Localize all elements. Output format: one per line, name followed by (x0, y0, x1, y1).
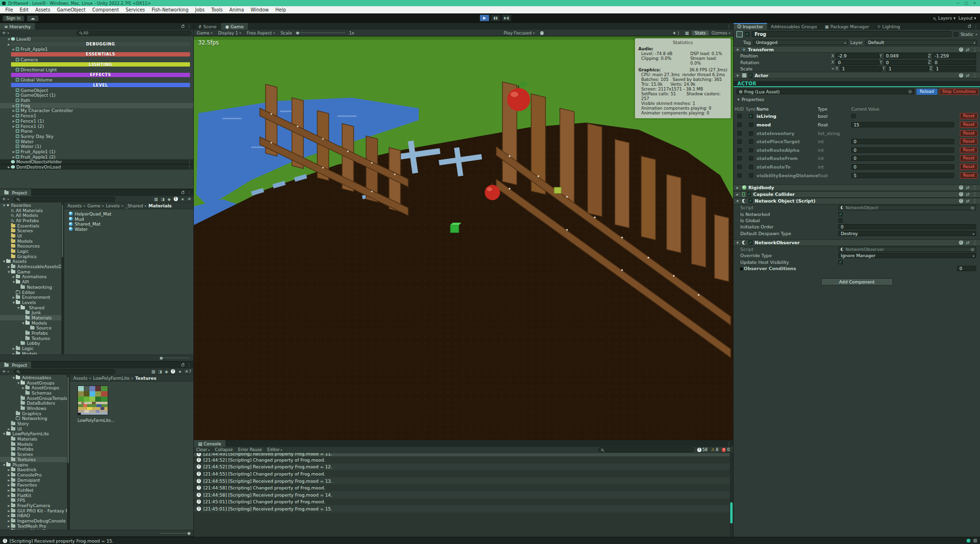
hierarchy-item-water[interactable]: Water (0, 139, 193, 144)
hud-checkbox[interactable] (737, 148, 742, 152)
expand-arrow-icon[interactable]: ▼ (7, 270, 11, 273)
breadcrumb-item[interactable]: Assets (73, 375, 88, 381)
menu-services[interactable]: Services (122, 7, 148, 12)
hierarchy-divider-lighting[interactable]: LIGHTING (0, 62, 193, 67)
tree-item-assetgrouptemplate[interactable]: AssetGroupTemplate (0, 396, 67, 401)
hierarchy-item-frog[interactable]: ▶Frog (0, 103, 193, 108)
status-icon-network[interactable] (967, 539, 970, 543)
hierarchy-item-fruit-apple1-1-[interactable]: ▶Fruit_Apple1 (1) (0, 149, 193, 154)
reset-button[interactable]: Reset (960, 164, 978, 170)
tree-item-logic[interactable]: Logic (0, 249, 61, 254)
alert-icon[interactable]: ! (174, 197, 178, 201)
status-bar[interactable]: ! [Scripting] Received property Frog.moo… (0, 537, 980, 544)
tree-item-networking[interactable]: Networking (0, 416, 67, 421)
sync-checkbox[interactable] (749, 156, 753, 160)
sync-checkbox[interactable]: ✓ (749, 114, 753, 118)
tree-item-graphics[interactable]: Graphics (0, 411, 67, 416)
tag-dropdown[interactable]: Untagged (753, 40, 848, 45)
value-input[interactable]: 0 (851, 139, 954, 144)
expand-arrow-icon[interactable]: ▶ (11, 155, 16, 159)
presets-icon[interactable]: ⇄ (966, 240, 970, 245)
lock-icon[interactable] (181, 192, 184, 194)
tree-item--shared[interactable]: ▼_Shared (0, 305, 61, 310)
menu-fish-networking[interactable]: Fish-Networking (148, 7, 192, 12)
search-icon[interactable] (933, 17, 935, 20)
menu-component[interactable]: Component (89, 7, 122, 12)
expand-arrow-icon[interactable]: ▶ (11, 275, 16, 278)
actor-enabled-checkbox[interactable]: ✓ (748, 73, 753, 78)
game-viewport[interactable]: 32.5fps Statistics Audio: Level: -74.8 d… (194, 36, 733, 440)
mute-audio-button[interactable]: ) (670, 31, 682, 35)
tree-item-prefabs[interactable]: Prefabs (0, 330, 61, 336)
field-checkbox[interactable]: ✓ (838, 212, 843, 216)
title-bar[interactable]: Driftwood - Level0 - Windows, Mac, Linux… (0, 0, 980, 6)
editor-dropdown[interactable]: Editor ▾ (265, 447, 285, 453)
expand-arrow-icon[interactable]: ▶ (11, 347, 16, 350)
expand-arrow-icon[interactable]: ▶ (11, 47, 16, 51)
y-input[interactable]: 0.049 (884, 53, 928, 58)
breadcrumb-item[interactable]: LowPolyFarmLite (93, 375, 129, 381)
static-dropdown-icon[interactable]: ▾ (976, 33, 977, 36)
expand-arrow-icon[interactable]: ▶ (21, 386, 25, 389)
hud-checkbox[interactable] (737, 173, 742, 178)
tree-item-resources[interactable]: Resources (0, 244, 61, 249)
kebab-icon[interactable]: ⋮ (974, 24, 978, 29)
hierarchy-item-water-1-[interactable]: Water (1) (0, 144, 193, 149)
warning-count[interactable]: ⚠8 (711, 447, 719, 452)
menu-file[interactable]: File (2, 7, 16, 12)
tree-item-story[interactable]: Story (0, 421, 67, 426)
tree-item-graphics[interactable]: Graphics (0, 254, 61, 259)
tree-item-environment[interactable]: ▶Environment (0, 295, 61, 300)
log-row[interactable]: ![21:45:01] [Scripting] Received propert… (194, 505, 733, 512)
expand-arrow-icon[interactable]: ▼ (2, 463, 6, 466)
expand-arrow-icon[interactable]: ▼ (2, 204, 6, 207)
value-checkbox[interactable] (851, 114, 856, 118)
expand-arrow-icon[interactable]: ▼ (11, 376, 16, 379)
log-row[interactable]: ![21:44:52] [Scripting] Changed property… (194, 456, 733, 464)
tree-item-favorites[interactable]: ▶Favorites (0, 482, 67, 487)
expand-arrow-icon[interactable]: ▼ (2, 260, 6, 263)
kebab-icon[interactable]: ⋮ (188, 159, 191, 164)
reload-button[interactable]: Reload (916, 89, 937, 95)
texture-file-item[interactable]: LowPolyFarmLite... (78, 385, 109, 423)
hud-checkbox[interactable] (737, 165, 742, 169)
expand-arrow-icon[interactable]: ▶ (7, 494, 11, 497)
tree-item-windows[interactable]: Windows (0, 406, 67, 411)
clear-button[interactable]: Clear ▾ (194, 447, 212, 453)
hierarchy-item-gameobject-1-[interactable]: GameObject (1) (0, 93, 193, 98)
tree-item-assets[interactable]: ▼Assets (0, 259, 61, 264)
kebab-icon[interactable]: ⋮ (187, 24, 191, 29)
field-checkbox[interactable]: ✓ (838, 260, 843, 264)
material-file-item[interactable]: Shared_Mat (64, 221, 193, 227)
hud-checkbox[interactable] (737, 114, 742, 118)
menu-anima[interactable]: Anima (226, 7, 247, 12)
object-picker-icon[interactable]: ◎ (908, 89, 912, 94)
collapse-button[interactable]: Collapse (212, 447, 235, 453)
error-pause-button[interactable]: Error Pause (235, 447, 265, 453)
console-scrollbar[interactable] (730, 453, 733, 537)
thumbnail-size-slider[interactable] (160, 533, 189, 533)
expand-arrow-icon[interactable]: ▼ (21, 321, 25, 325)
asset-store-icon[interactable]: ◨ (158, 369, 162, 374)
expand-arrow-icon[interactable]: ▶ (7, 473, 11, 476)
tree-item-all-prefabs[interactable]: All Prefabs (0, 218, 61, 223)
kebab-icon[interactable]: ⋮ (727, 442, 731, 446)
eye-slash-icon[interactable]: 👁7 (185, 369, 191, 374)
material-file-item[interactable]: Mud (64, 216, 193, 222)
tree-item-materials[interactable]: Materials (0, 436, 67, 442)
sync-checkbox[interactable] (749, 148, 753, 152)
expand-arrow-icon[interactable]: ▶ (740, 266, 744, 271)
tab-project-2[interactable]: Project (0, 362, 31, 368)
properties-foldout[interactable]: ▼ Properties (734, 96, 980, 102)
expand-arrow-icon[interactable]: ▶ (7, 504, 11, 507)
hierarchy-item-my-character-controller[interactable]: ▶My Character Controller (0, 108, 193, 113)
value-input[interactable]: 15 (851, 122, 954, 127)
vsync-icon[interactable]: ▦ (682, 31, 692, 35)
tab-inspector[interactable]: iInspector (734, 23, 767, 30)
presets-icon[interactable]: ⇄ (966, 185, 970, 190)
rigidbody-header[interactable]: ▶ Rigidbody ?⇄⋮ (734, 184, 980, 191)
tree-item-textmesh-pro[interactable]: ▶TextMesh Pro (0, 523, 67, 529)
reset-button[interactable]: Reset (960, 147, 978, 153)
tree-item-databuilders[interactable]: DataBuilders (0, 400, 67, 406)
log-row[interactable]: ![21:44:58] [Scripting] Received propert… (194, 491, 733, 499)
